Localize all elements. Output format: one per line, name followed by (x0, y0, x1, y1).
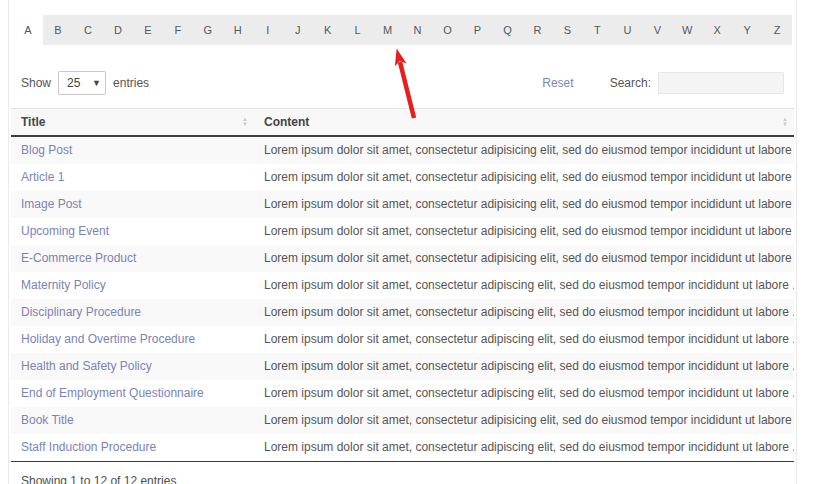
tab-letter-K[interactable]: K (313, 15, 343, 45)
content-cell: Lorem ipsum dolor sit amet, consectetur … (254, 326, 794, 353)
sort-icon: ▲ ▼ (782, 117, 788, 127)
tab-letter-U[interactable]: U (612, 15, 642, 45)
table-row: Staff Induction ProcedureLorem ipsum dol… (11, 434, 794, 462)
content-cell: Lorem ipsum dolor sit amet, consectetur … (254, 218, 794, 245)
title-cell: Holiday and Overtime Procedure (11, 326, 254, 353)
tab-letter-F[interactable]: F (163, 15, 193, 45)
table-row: Disciplinary ProcedureLorem ipsum dolor … (11, 299, 794, 326)
tab-letter-T[interactable]: T (582, 15, 612, 45)
table-controls: Show 25 ▼ entries Reset Search: (21, 71, 784, 95)
table-row: Health and Safety PolicyLorem ipsum dolo… (11, 353, 794, 380)
tab-letter-J[interactable]: J (283, 15, 313, 45)
tab-letter-H[interactable]: H (223, 15, 253, 45)
table-header-row: Title ▲ ▼ Content ▲ ▼ (11, 109, 794, 137)
title-cell: Maternity Policy (11, 272, 254, 299)
tab-letter-Z[interactable]: Z (762, 15, 792, 45)
table-info: Showing 1 to 12 of 12 entries (21, 474, 784, 484)
title-cell: Upcoming Event (11, 218, 254, 245)
title-cell: Disciplinary Procedure (11, 299, 254, 326)
table-row: Maternity PolicyLorem ipsum dolor sit am… (11, 272, 794, 299)
tab-letter-G[interactable]: G (193, 15, 223, 45)
tab-letter-B[interactable]: B (43, 15, 73, 45)
title-link[interactable]: Disciplinary Procedure (21, 305, 141, 319)
tab-letter-N[interactable]: N (403, 15, 433, 45)
content-table: Title ▲ ▼ Content ▲ ▼ Blog PostLorem ips… (11, 108, 794, 462)
title-link[interactable]: Staff Induction Procedure (21, 440, 156, 454)
title-cell: E-Commerce Product (11, 245, 254, 272)
title-cell: Book Title (11, 407, 254, 434)
title-cell: Blog Post (11, 136, 254, 164)
tab-letter-D[interactable]: D (103, 15, 133, 45)
table-row: Article 1Lorem ipsum dolor sit amet, con… (11, 164, 794, 191)
table-row: Blog PostLorem ipsum dolor sit amet, con… (11, 136, 794, 164)
title-cell: End of Employment Questionnaire (11, 380, 254, 407)
title-link[interactable]: Article 1 (21, 170, 64, 184)
content-cell: Lorem ipsum dolor sit amet, consectetur … (254, 299, 794, 326)
tab-letter-S[interactable]: S (552, 15, 582, 45)
sort-desc-icon: ▼ (242, 122, 248, 127)
table-row: Upcoming EventLorem ipsum dolor sit amet… (11, 218, 794, 245)
content-cell: Lorem ipsum dolor sit amet, consectetur … (254, 136, 794, 164)
tab-letter-A[interactable]: A (13, 15, 43, 45)
entries-label: entries (113, 76, 149, 90)
tab-letter-C[interactable]: C (73, 15, 103, 45)
sort-icon: ▲ ▼ (242, 117, 248, 127)
page-size-select-wrap: 25 ▼ (58, 71, 106, 95)
title-link[interactable]: Health and Safety Policy (21, 359, 152, 373)
tab-letter-O[interactable]: O (433, 15, 463, 45)
title-link[interactable]: End of Employment Questionnaire (21, 386, 204, 400)
column-header-title[interactable]: Title ▲ ▼ (11, 109, 254, 137)
title-link[interactable]: E-Commerce Product (21, 251, 136, 265)
title-link[interactable]: Maternity Policy (21, 278, 106, 292)
content-cell: Lorem ipsum dolor sit amet, consectetur … (254, 407, 794, 434)
reset-link[interactable]: Reset (542, 76, 573, 90)
title-link[interactable]: Upcoming Event (21, 224, 109, 238)
title-link[interactable]: Holiday and Overtime Procedure (21, 332, 195, 346)
content-cell: Lorem ipsum dolor sit amet, consectetur … (254, 164, 794, 191)
content-cell: Lorem ipsum dolor sit amet, consectetur … (254, 380, 794, 407)
tab-letter-Q[interactable]: Q (493, 15, 523, 45)
tab-letter-M[interactable]: M (373, 15, 403, 45)
sort-desc-icon: ▼ (782, 122, 788, 127)
tab-letter-L[interactable]: L (343, 15, 373, 45)
table-row: E-Commerce ProductLorem ipsum dolor sit … (11, 245, 794, 272)
title-link[interactable]: Blog Post (21, 143, 72, 157)
content-page: ABCDEFGHIJKLMNOPQRSTUVWXYZ Show 25 ▼ ent… (8, 0, 797, 484)
title-cell: Article 1 (11, 164, 254, 191)
show-label: Show (21, 76, 51, 90)
title-cell: Staff Induction Procedure (11, 434, 254, 462)
content-cell: Lorem ipsum dolor sit amet, consectetur … (254, 245, 794, 272)
table-row: Holiday and Overtime ProcedureLorem ipsu… (11, 326, 794, 353)
tab-letter-E[interactable]: E (133, 15, 163, 45)
tab-letter-P[interactable]: P (463, 15, 493, 45)
tab-letter-I[interactable]: I (253, 15, 283, 45)
column-header-content[interactable]: Content ▲ ▼ (254, 109, 794, 137)
content-cell: Lorem ipsum dolor sit amet, consectetur … (254, 272, 794, 299)
content-cell: Lorem ipsum dolor sit amet, consectetur … (254, 353, 794, 380)
title-link[interactable]: Book Title (21, 413, 74, 427)
content-cell: Lorem ipsum dolor sit amet, consectetur … (254, 191, 794, 218)
title-link[interactable]: Image Post (21, 197, 82, 211)
tab-letter-X[interactable]: X (702, 15, 732, 45)
search-input[interactable] (658, 72, 784, 94)
title-cell: Health and Safety Policy (11, 353, 254, 380)
title-cell: Image Post (11, 191, 254, 218)
tab-letter-R[interactable]: R (522, 15, 552, 45)
content-cell: Lorem ipsum dolor sit amet, consectetur … (254, 434, 794, 462)
column-content-label: Content (264, 115, 309, 129)
alphabet-tabbar: ABCDEFGHIJKLMNOPQRSTUVWXYZ (13, 15, 792, 45)
search-control: Reset Search: (542, 72, 784, 94)
page-size-select[interactable]: 25 (58, 71, 106, 95)
table-row: End of Employment QuestionnaireLorem ips… (11, 380, 794, 407)
tab-letter-Y[interactable]: Y (732, 15, 762, 45)
tab-letter-W[interactable]: W (672, 15, 702, 45)
table-row: Book TitleLorem ipsum dolor sit amet, co… (11, 407, 794, 434)
column-title-label: Title (21, 115, 45, 129)
tab-letter-V[interactable]: V (642, 15, 672, 45)
table-row: Image PostLorem ipsum dolor sit amet, co… (11, 191, 794, 218)
page-length-control: Show 25 ▼ entries (21, 71, 149, 95)
search-label: Search: (610, 76, 651, 90)
